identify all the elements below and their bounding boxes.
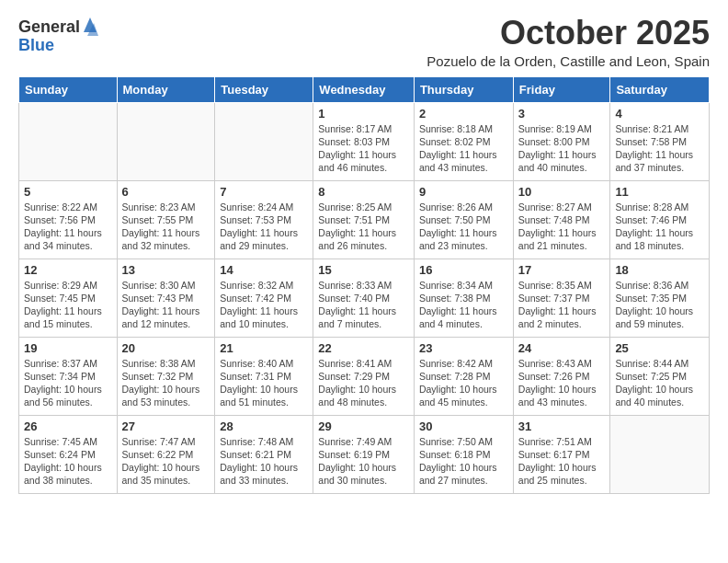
table-row: 8Sunrise: 8:25 AMSunset: 7:51 PMDaylight… xyxy=(313,180,415,259)
day-info: Sunrise: 8:17 AMSunset: 8:03 PMDaylight:… xyxy=(318,122,409,175)
table-row: 25Sunrise: 8:44 AMSunset: 7:25 PMDayligh… xyxy=(610,337,710,415)
day-number: 20 xyxy=(122,341,210,355)
day-number: 17 xyxy=(518,263,606,277)
day-number: 27 xyxy=(122,419,210,433)
day-info: Sunrise: 7:48 AMSunset: 6:21 PMDaylight:… xyxy=(220,435,308,488)
location: Pozuelo de la Orden, Castille and Leon, … xyxy=(427,53,710,69)
table-row: 21Sunrise: 8:40 AMSunset: 7:31 PMDayligh… xyxy=(215,337,313,415)
day-number: 9 xyxy=(419,185,508,199)
table-row: 10Sunrise: 8:27 AMSunset: 7:48 PMDayligh… xyxy=(513,180,610,259)
table-row: 28Sunrise: 7:48 AMSunset: 6:21 PMDayligh… xyxy=(215,415,313,493)
day-number: 5 xyxy=(24,185,112,199)
day-info: Sunrise: 8:30 AMSunset: 7:43 PMDaylight:… xyxy=(122,279,210,331)
day-info: Sunrise: 8:40 AMSunset: 7:31 PMDaylight:… xyxy=(220,357,308,409)
table-row xyxy=(610,415,710,493)
day-number: 28 xyxy=(220,419,308,433)
logo-icon xyxy=(82,16,98,36)
table-row: 4Sunrise: 8:21 AMSunset: 7:58 PMDaylight… xyxy=(610,102,710,180)
table-row xyxy=(19,102,118,180)
logo-blue: Blue xyxy=(18,37,98,55)
calendar-week-row: 26Sunrise: 7:45 AMSunset: 6:24 PMDayligh… xyxy=(19,415,710,493)
day-number: 19 xyxy=(24,341,112,355)
day-info: Sunrise: 8:27 AMSunset: 7:48 PMDaylight:… xyxy=(518,201,606,253)
table-row: 9Sunrise: 8:26 AMSunset: 7:50 PMDaylight… xyxy=(414,180,513,259)
day-info: Sunrise: 8:26 AMSunset: 7:50 PMDaylight:… xyxy=(419,201,508,253)
table-row: 7Sunrise: 8:24 AMSunset: 7:53 PMDaylight… xyxy=(215,180,313,259)
table-row: 3Sunrise: 8:19 AMSunset: 8:00 PMDaylight… xyxy=(513,102,610,180)
day-info: Sunrise: 8:35 AMSunset: 7:37 PMDaylight:… xyxy=(518,279,606,331)
day-info: Sunrise: 8:29 AMSunset: 7:45 PMDaylight:… xyxy=(24,279,112,331)
day-info: Sunrise: 8:22 AMSunset: 7:56 PMDaylight:… xyxy=(24,201,112,253)
day-number: 24 xyxy=(518,341,606,355)
day-number: 8 xyxy=(318,185,409,199)
day-number: 16 xyxy=(419,263,508,277)
day-number: 6 xyxy=(122,185,210,199)
day-number: 14 xyxy=(220,263,308,277)
col-saturday: Saturday xyxy=(610,76,710,102)
table-row: 15Sunrise: 8:33 AMSunset: 7:40 PMDayligh… xyxy=(313,259,415,337)
day-info: Sunrise: 8:28 AMSunset: 7:46 PMDaylight:… xyxy=(615,201,704,253)
logo-general: General xyxy=(18,18,80,37)
day-number: 23 xyxy=(419,341,508,355)
day-number: 15 xyxy=(318,263,409,277)
title-block: October 2025 Pozuelo de la Orden, Castil… xyxy=(427,15,710,69)
day-number: 22 xyxy=(318,341,409,355)
day-info: Sunrise: 8:36 AMSunset: 7:35 PMDaylight:… xyxy=(615,279,704,331)
table-row: 18Sunrise: 8:36 AMSunset: 7:35 PMDayligh… xyxy=(610,259,710,337)
day-info: Sunrise: 8:18 AMSunset: 8:02 PMDaylight:… xyxy=(419,122,508,175)
table-row: 29Sunrise: 7:49 AMSunset: 6:19 PMDayligh… xyxy=(313,415,415,493)
table-row: 27Sunrise: 7:47 AMSunset: 6:22 PMDayligh… xyxy=(117,415,215,493)
header: General Blue October 2025 Pozuelo de la … xyxy=(18,15,710,69)
day-number: 26 xyxy=(24,419,112,433)
table-row: 12Sunrise: 8:29 AMSunset: 7:45 PMDayligh… xyxy=(19,259,118,337)
day-number: 3 xyxy=(518,107,606,121)
month-title: October 2025 xyxy=(427,15,710,52)
table-row: 11Sunrise: 8:28 AMSunset: 7:46 PMDayligh… xyxy=(610,180,710,259)
day-info: Sunrise: 8:43 AMSunset: 7:26 PMDaylight:… xyxy=(518,357,606,409)
day-number: 31 xyxy=(518,419,606,433)
day-number: 7 xyxy=(220,185,308,199)
day-info: Sunrise: 8:32 AMSunset: 7:42 PMDaylight:… xyxy=(220,279,308,331)
day-number: 2 xyxy=(419,107,508,121)
calendar-week-row: 12Sunrise: 8:29 AMSunset: 7:45 PMDayligh… xyxy=(19,259,710,337)
table-row: 6Sunrise: 8:23 AMSunset: 7:55 PMDaylight… xyxy=(117,180,215,259)
calendar-week-row: 19Sunrise: 8:37 AMSunset: 7:34 PMDayligh… xyxy=(19,337,710,415)
table-row: 13Sunrise: 8:30 AMSunset: 7:43 PMDayligh… xyxy=(117,259,215,337)
day-info: Sunrise: 8:25 AMSunset: 7:51 PMDaylight:… xyxy=(318,201,409,253)
col-thursday: Thursday xyxy=(414,76,513,102)
day-info: Sunrise: 8:21 AMSunset: 7:58 PMDaylight:… xyxy=(615,122,704,175)
col-tuesday: Tuesday xyxy=(215,76,313,102)
day-info: Sunrise: 7:45 AMSunset: 6:24 PMDaylight:… xyxy=(24,435,112,488)
day-number: 1 xyxy=(318,107,409,121)
day-number: 11 xyxy=(615,185,704,199)
day-info: Sunrise: 8:34 AMSunset: 7:38 PMDaylight:… xyxy=(419,279,508,331)
table-row: 20Sunrise: 8:38 AMSunset: 7:32 PMDayligh… xyxy=(117,337,215,415)
table-row: 31Sunrise: 7:51 AMSunset: 6:17 PMDayligh… xyxy=(513,415,610,493)
day-info: Sunrise: 7:50 AMSunset: 6:18 PMDaylight:… xyxy=(419,435,508,488)
day-info: Sunrise: 7:47 AMSunset: 6:22 PMDaylight:… xyxy=(122,435,210,488)
day-number: 13 xyxy=(122,263,210,277)
day-info: Sunrise: 8:23 AMSunset: 7:55 PMDaylight:… xyxy=(122,201,210,253)
table-row: 1Sunrise: 8:17 AMSunset: 8:03 PMDaylight… xyxy=(313,102,415,180)
col-wednesday: Wednesday xyxy=(313,76,415,102)
page: General Blue October 2025 Pozuelo de la … xyxy=(0,0,728,563)
day-number: 30 xyxy=(419,419,508,433)
day-number: 25 xyxy=(615,341,704,355)
col-monday: Monday xyxy=(117,76,215,102)
table-row: 26Sunrise: 7:45 AMSunset: 6:24 PMDayligh… xyxy=(19,415,118,493)
calendar-week-row: 5Sunrise: 8:22 AMSunset: 7:56 PMDaylight… xyxy=(19,180,710,259)
day-info: Sunrise: 8:33 AMSunset: 7:40 PMDaylight:… xyxy=(318,279,409,331)
col-friday: Friday xyxy=(513,76,610,102)
table-row: 5Sunrise: 8:22 AMSunset: 7:56 PMDaylight… xyxy=(19,180,118,259)
day-info: Sunrise: 8:19 AMSunset: 8:00 PMDaylight:… xyxy=(518,122,606,175)
table-row: 23Sunrise: 8:42 AMSunset: 7:28 PMDayligh… xyxy=(414,337,513,415)
table-row: 17Sunrise: 8:35 AMSunset: 7:37 PMDayligh… xyxy=(513,259,610,337)
table-row: 30Sunrise: 7:50 AMSunset: 6:18 PMDayligh… xyxy=(414,415,513,493)
calendar-week-row: 1Sunrise: 8:17 AMSunset: 8:03 PMDaylight… xyxy=(19,102,710,180)
day-info: Sunrise: 8:44 AMSunset: 7:25 PMDaylight:… xyxy=(615,357,704,409)
calendar-header-row: Sunday Monday Tuesday Wednesday Thursday… xyxy=(19,76,710,102)
table-row: 2Sunrise: 8:18 AMSunset: 8:02 PMDaylight… xyxy=(414,102,513,180)
day-info: Sunrise: 8:38 AMSunset: 7:32 PMDaylight:… xyxy=(122,357,210,409)
table-row: 24Sunrise: 8:43 AMSunset: 7:26 PMDayligh… xyxy=(513,337,610,415)
day-number: 4 xyxy=(615,107,704,121)
